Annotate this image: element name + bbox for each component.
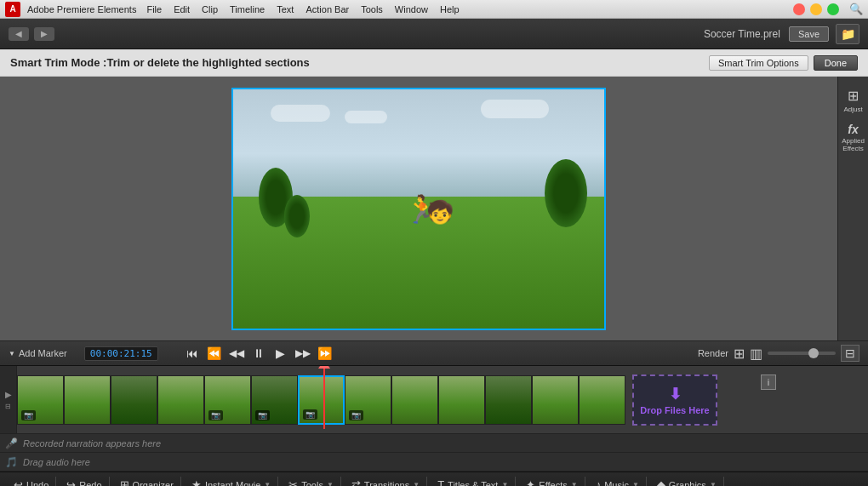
menu-file[interactable]: File xyxy=(146,4,162,14)
organizer-button[interactable]: ⊞ Organizer xyxy=(113,477,181,486)
film-frame-6[interactable]: 📷 xyxy=(251,375,298,425)
done-button[interactable]: Done xyxy=(814,55,858,71)
render-shrink-icon[interactable]: ▥ xyxy=(750,346,762,362)
transitions-icon: ⇄ xyxy=(351,478,361,486)
audio-bar: 🎵 Drag audio here xyxy=(0,453,868,472)
menu-edit[interactable]: Edit xyxy=(174,4,190,14)
menu-items: File Edit Clip Timeline Text Action Bar … xyxy=(146,4,459,14)
project-icon-button[interactable]: 📁 xyxy=(836,24,859,44)
camera-icon-5: 📷 xyxy=(208,410,223,420)
save-button[interactable]: Save xyxy=(789,26,829,42)
adjust-icon: ⊞ xyxy=(848,88,859,104)
forward-button[interactable]: ▶ xyxy=(34,27,54,41)
graphics-button[interactable]: ◆ Graphics ▼ xyxy=(650,477,724,486)
transport-fast-fwd[interactable]: ⏩ xyxy=(317,346,334,360)
triangle-icon: ▼ xyxy=(9,350,15,357)
timeline-content: 📷 📷 📷 xyxy=(17,366,868,433)
film-frame-13[interactable] xyxy=(579,375,625,425)
main-area: 🏃 🧒 ⊞ Adjust fx Applied Effects xyxy=(0,77,868,340)
timeline-controls: ▼ Add Marker 00:00:21:15 ⏮ ⏪ ◀◀ ⏸ ▶ ▶▶ ⏩… xyxy=(0,340,868,366)
film-frame-4[interactable] xyxy=(157,375,204,425)
drop-files-here[interactable]: ⬇ Drop Files Here xyxy=(632,375,717,426)
menu-text[interactable]: Text xyxy=(277,4,294,14)
smart-trim-options-button[interactable]: Smart Trim Options xyxy=(709,55,808,71)
render-slider[interactable] xyxy=(768,352,836,355)
transport-frame-back[interactable]: ◀◀ xyxy=(228,347,245,359)
effects-label: Effects xyxy=(539,480,567,487)
titles-icon: T xyxy=(437,478,444,486)
back-button[interactable]: ◀ xyxy=(9,27,29,41)
drop-files-label: Drop Files Here xyxy=(640,405,709,415)
search-icon[interactable]: 🔍 xyxy=(849,3,863,15)
effects-button[interactable]: ✦ Effects ▼ xyxy=(519,477,585,486)
add-marker-button[interactable]: ▼ Add Marker xyxy=(9,348,67,358)
film-frame-9[interactable] xyxy=(391,375,438,425)
audio-icon: 🎵 xyxy=(5,456,18,468)
drop-arrow-icon: ⬇ xyxy=(669,385,682,403)
app-logo: A xyxy=(5,2,20,17)
transport-buttons: ⏮ ⏪ ◀◀ ⏸ ▶ ▶▶ ⏩ xyxy=(184,346,334,360)
film-frame-5[interactable]: 📷 xyxy=(204,375,251,425)
close-button[interactable] xyxy=(793,3,805,15)
transport-step-back[interactable]: ⏪ xyxy=(206,346,223,360)
film-frame-7[interactable]: 📷 xyxy=(298,375,345,425)
titles-text-button[interactable]: T Titles & Text ▼ xyxy=(431,477,516,486)
undo-button[interactable]: ↩ Undo xyxy=(7,477,56,486)
project-icon: 📁 xyxy=(841,27,855,41)
camera-icon-6: 📷 xyxy=(255,410,270,420)
nav-buttons: ◀ ▶ xyxy=(9,27,54,41)
film-frame-1[interactable]: 📷 xyxy=(17,375,64,425)
menu-tools[interactable]: Tools xyxy=(361,4,383,14)
add-marker-label: Add Marker xyxy=(19,348,67,358)
info-icon[interactable]: i xyxy=(761,375,776,390)
menu-help[interactable]: Help xyxy=(440,4,460,14)
redo-button[interactable]: ↪ Redo xyxy=(60,477,109,486)
instant-movie-icon: ★ xyxy=(191,478,202,486)
strip-left-icons: ▶ ⊟ xyxy=(0,366,17,433)
tools-button[interactable]: ✂ Tools ▼ xyxy=(282,477,341,486)
menu-window[interactable]: Window xyxy=(395,4,428,14)
instant-movie-button[interactable]: ★ Instant Movie ▼ xyxy=(185,477,278,486)
video-track-icon: ▶ xyxy=(5,390,12,399)
transport-to-start[interactable]: ⏮ xyxy=(184,346,201,360)
minimize-button[interactable] xyxy=(810,3,822,15)
bottom-toolbar: ↩ Undo ↪ Redo ⊞ Organizer ★ Instant Movi… xyxy=(0,472,868,486)
track-settings-icon[interactable]: ⊟ xyxy=(5,403,11,410)
film-frame-10[interactable] xyxy=(438,375,485,425)
menu-action-bar[interactable]: Action Bar xyxy=(306,4,349,14)
tools-icon: ✂ xyxy=(288,478,298,486)
timecode-display[interactable]: 00:00:21:15 xyxy=(84,346,158,361)
smart-trim-title: Smart Trim Mode :Trim or delete the high… xyxy=(10,56,310,69)
organizer-label: Organizer xyxy=(133,480,174,487)
film-frame-11[interactable] xyxy=(485,375,532,425)
adjust-label: Adjust xyxy=(843,106,862,113)
narration-label: Recorded narration appears here xyxy=(23,438,161,449)
transport-pause[interactable]: ⏸ xyxy=(250,346,267,360)
film-frame-12[interactable] xyxy=(532,375,579,425)
transport-play[interactable]: ▶ xyxy=(272,346,289,360)
render-icon[interactable]: ⊞ xyxy=(734,346,745,362)
maximize-button[interactable] xyxy=(827,3,839,15)
tree-left-2 xyxy=(284,195,310,237)
menu-clip[interactable]: Clip xyxy=(202,4,218,14)
window-controls: 🔍 xyxy=(793,3,863,15)
render-slider-knob xyxy=(808,348,819,358)
transitions-label: Transitions xyxy=(364,480,409,487)
film-frame-3[interactable] xyxy=(111,375,157,425)
film-frame-2[interactable] xyxy=(64,375,111,425)
tools-label: Tools xyxy=(301,480,323,487)
adjust-tool[interactable]: ⊞ Adjust xyxy=(841,83,866,117)
transitions-button[interactable]: ⇄ Transitions ▼ xyxy=(345,477,427,486)
music-button[interactable]: ♪ Music ▼ xyxy=(589,477,647,486)
transport-frame-fwd[interactable]: ▶▶ xyxy=(294,347,311,359)
instant-movie-arrow: ▼ xyxy=(264,481,271,486)
menu-timeline[interactable]: Timeline xyxy=(230,4,265,14)
microphone-icon: 🎤 xyxy=(5,437,18,449)
tree-right xyxy=(545,159,587,227)
applied-effects-tool[interactable]: fx Applied Effects xyxy=(841,121,866,155)
undo-label: Undo xyxy=(26,480,49,487)
film-frame-8[interactable]: 📷 xyxy=(345,375,391,425)
narration-bar: 🎤 Recorded narration appears here xyxy=(0,434,868,453)
render-expand-icon[interactable]: ⊟ xyxy=(841,345,859,362)
right-panel: ⊞ Adjust fx Applied Effects xyxy=(837,77,868,340)
